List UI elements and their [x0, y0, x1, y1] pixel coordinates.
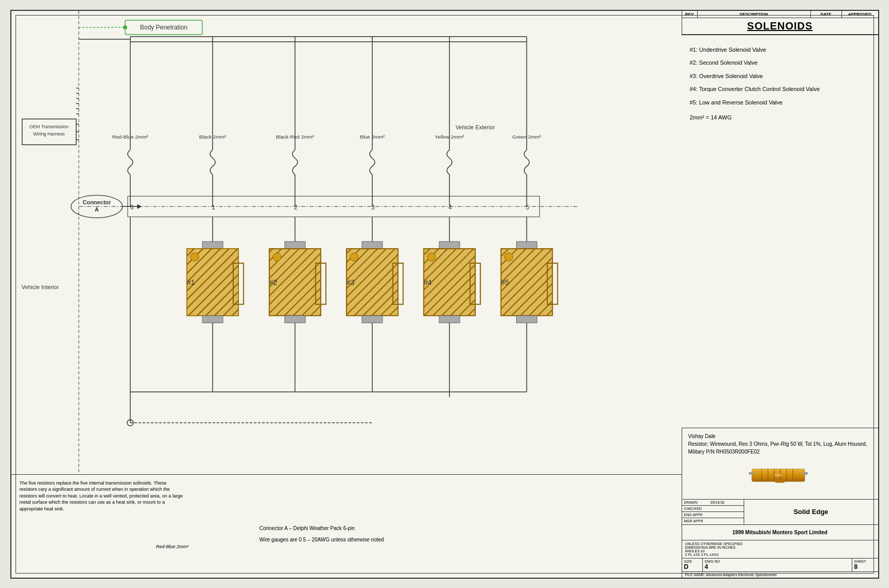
pin-5: 5	[525, 204, 529, 211]
drawn-date: 05/14/18	[711, 501, 742, 504]
main-diagram: Body Penetration OEM Transmission Wiring…	[11, 11, 682, 474]
mgr-appr-cell: MGR APPR	[682, 518, 744, 524]
notes-area: #1: Underdrive Solenoid Valve #2: Second…	[682, 39, 878, 133]
svg-rect-9	[803, 472, 808, 475]
sheet-val: 8	[854, 563, 876, 570]
svg-rect-89	[516, 242, 537, 249]
bottom-notes: The five resistors replace the five inte…	[11, 474, 682, 578]
note-1: #1: Underdrive Solenoid Valve	[690, 46, 870, 55]
checked-cell: CHECKED	[682, 506, 744, 512]
page: REV DESCRIPTION DATE APPROVED SOLENOIDS …	[10, 10, 879, 579]
svg-point-92	[504, 252, 513, 261]
solenoids-title-area: SOLENOIDS	[682, 18, 878, 35]
svg-rect-3	[767, 469, 769, 481]
red-blue-bottom-label: Red-Blue 2mm²	[156, 544, 189, 549]
pin-2: 2	[294, 204, 297, 211]
svg-point-85	[427, 252, 435, 261]
resistor-3-label: #3	[346, 278, 355, 286]
sheet-cell: SHEET 8	[852, 559, 878, 571]
svg-point-64	[190, 252, 199, 261]
svg-rect-4	[774, 469, 775, 481]
angles-label: ANGLES ±0	[685, 549, 875, 553]
file-row: FILE NAME: Advanced Adapters Electronic …	[682, 572, 878, 578]
svg-point-71	[273, 252, 281, 261]
svg-rect-8	[749, 472, 754, 475]
pin-4: 4	[448, 204, 452, 211]
svg-rect-82	[439, 242, 460, 249]
resistor-4-label: #4	[424, 278, 432, 286]
resistor-description: The five resistors replace the five inte…	[20, 480, 185, 512]
svg-rect-7	[792, 469, 793, 481]
vishay-info: Vishay Dale Resistor; Wirewound, Res 3 O…	[682, 428, 878, 500]
note-4: #4: Torque Converter Clutch Control Sole…	[690, 85, 870, 94]
mgr-appr-label: MGR APPR	[684, 519, 703, 523]
unless-label: UNLESS OTHERWISE SPECIFIED	[685, 542, 875, 546]
svg-rect-10	[775, 480, 785, 483]
drawn-row: DRAWN 05/14/18 CHECKED ENG APPR MGR APPR…	[682, 500, 878, 525]
eng-appr-label: ENG APPR	[684, 513, 703, 517]
svg-point-78	[350, 252, 358, 261]
size-cell: SIZE D	[682, 559, 703, 571]
svg-rect-94	[516, 315, 537, 323]
solenoids-title: SOLENOIDS	[686, 20, 874, 32]
dwg-no-label: DWG NO	[705, 560, 850, 563]
svg-rect-87	[439, 315, 460, 323]
size-label: SIZE	[684, 560, 700, 563]
svg-text:Wiring Harness: Wiring Harness	[33, 131, 65, 136]
resistor-1-label: #1	[187, 278, 195, 286]
pin-6: 6	[130, 204, 133, 211]
title-main: 1999 Mitsubishi Montero Sport Limited	[682, 525, 878, 540]
unless-row: UNLESS OTHERWISE SPECIFIED DIMENSIONS AR…	[682, 540, 878, 559]
rev-col-label: REV	[682, 11, 698, 18]
vishay-company: Vishay Dale	[688, 432, 872, 440]
dwg-row: SIZE D DWG NO 4 SHEET 8	[682, 559, 878, 572]
svg-text:OEM Transmission: OEM Transmission	[29, 124, 68, 129]
title2: 1999 Mitsubishi Montero Sport Limited	[732, 530, 827, 535]
svg-rect-6	[786, 469, 787, 481]
note-6: 2mm² = 14 AWG	[690, 113, 870, 123]
note-2: #2: Second Solenoid Valve	[690, 58, 870, 68]
vishay-desc: Resistor; Wirewound, Res 3 Ohms, Pwr-Rtg…	[688, 440, 872, 456]
revision-header: REV DESCRIPTION DATE APPROVED	[682, 11, 878, 18]
svg-rect-66	[202, 315, 223, 323]
note-3: #3: Overdrive Solenoid Valve	[690, 72, 870, 81]
connector-note: Connector A – Delphi Weather Pack 6-pin	[260, 525, 355, 531]
desc-col-label: DESCRIPTION	[698, 11, 811, 18]
pin-3: 3	[371, 204, 374, 211]
date-col-label: DATE	[811, 11, 842, 18]
file-label: FILE NAME: Advanced Adapters Electronic …	[685, 573, 777, 577]
approved-col-label: APPROVED	[842, 11, 878, 18]
wire-gauge-note: Wire gauges are 0.5 – 20AWG unless other…	[260, 537, 384, 542]
body-penetration-label: Body Penetration	[140, 23, 187, 31]
svg-rect-73	[284, 315, 305, 323]
title-block-top: REV DESCRIPTION DATE APPROVED SOLENOIDS	[682, 11, 878, 35]
sheet-label: SHEET	[854, 560, 876, 563]
drawn-cell: DRAWN 05/14/18	[682, 500, 744, 506]
eng-appr-cell: ENG APPR	[682, 512, 744, 518]
svg-rect-60	[202, 242, 223, 249]
company-title: Solid Edge	[744, 500, 878, 524]
note-5: #5: Low and Reverse Solenoid Valve	[690, 98, 870, 108]
vehicle-interior-label: Vehicle Interior	[21, 283, 59, 290]
svg-rect-75	[361, 242, 382, 249]
dwg-no-cell: DWG NO 4	[703, 559, 852, 571]
vehicle-exterior-label: Vehicle Exterior	[455, 124, 494, 130]
checked-label: CHECKED	[684, 507, 702, 510]
svg-rect-68	[284, 242, 305, 249]
svg-text:RH05: RH05	[775, 474, 782, 477]
svg-rect-80	[361, 315, 382, 323]
bottom-title-block: Vishay Dale Resistor; Wirewound, Res 3 O…	[682, 428, 878, 578]
dwg-no-val: 4	[705, 563, 850, 570]
title1: Solid Edge	[748, 508, 874, 516]
size-val: D	[684, 563, 700, 570]
pin-1: 1	[212, 204, 215, 211]
tolerances: 2 PL ±XX 3 PL ±XXX	[685, 553, 875, 556]
svg-text:A: A	[95, 206, 99, 213]
connector-label: Connector	[82, 199, 111, 205]
dimensions-label: DIMENSIONS ARE IN INCHES	[685, 546, 875, 549]
drawn-label: DRAWN	[684, 501, 711, 504]
labels-col: DRAWN 05/14/18 CHECKED ENG APPR MGR APPR	[682, 500, 744, 524]
resistor-2-label: #2	[269, 278, 277, 286]
resistor-svg: RH05	[749, 460, 811, 491]
resistor-5-label: #5	[501, 278, 509, 286]
